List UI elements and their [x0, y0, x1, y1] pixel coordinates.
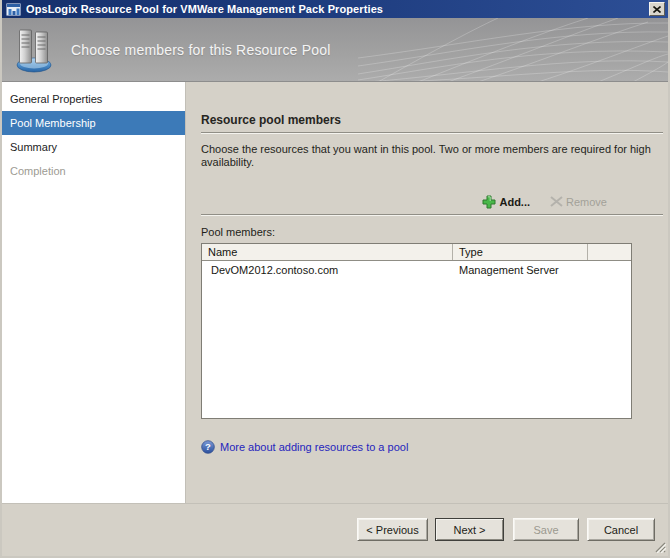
pool-members-label: Pool members:	[201, 226, 663, 238]
column-header-name[interactable]: Name	[202, 244, 453, 260]
svg-text:?: ?	[205, 441, 211, 452]
cancel-button[interactable]: Cancel	[587, 518, 655, 541]
wizard-banner: Choose members for this Resource Pool	[2, 18, 668, 82]
sidebar-item-general-properties[interactable]: General Properties	[2, 87, 185, 111]
member-type-cell: Management Server	[450, 263, 631, 278]
next-button[interactable]: Next >	[435, 518, 504, 541]
banner-heading: Choose members for this Resource Pool	[71, 42, 331, 58]
member-name-cell: DevOM2012.contoso.com	[202, 263, 450, 278]
server-stack-icon	[15, 27, 53, 73]
window-title: OpsLogix Resource Pool for VMWare Manage…	[26, 3, 649, 15]
sidebar-item-completion[interactable]: Completion	[2, 159, 185, 183]
section-description: Choose the resources that you want in th…	[201, 143, 663, 169]
save-button[interactable]: Save	[513, 518, 579, 541]
green-plus-icon	[482, 195, 496, 209]
main-content: Resource pool members Choose the resourc…	[186, 82, 670, 503]
help-question-icon: ?	[201, 440, 215, 454]
footer-bar: < Previous Next > Save Cancel	[2, 503, 668, 555]
globe-mesh-decoration	[358, 18, 668, 82]
actions-divider	[201, 214, 663, 216]
close-button[interactable]	[649, 2, 665, 16]
app-icon	[6, 3, 21, 16]
table-header: Name Type	[202, 244, 631, 261]
close-icon	[653, 6, 661, 13]
section-title: Resource pool members	[201, 113, 663, 127]
sidebar-item-summary[interactable]: Summary	[2, 135, 185, 159]
title-bar[interactable]: OpsLogix Resource Pool for VMWare Manage…	[2, 0, 668, 18]
help-link-label: More about adding resources to a pool	[220, 441, 408, 453]
help-link[interactable]: ? More about adding resources to a pool	[201, 440, 663, 454]
resize-grip[interactable]	[652, 539, 666, 553]
column-header-type[interactable]: Type	[453, 244, 588, 260]
table-row[interactable]: DevOM2012.contoso.com Management Server	[202, 263, 631, 278]
sidebar-item-pool-membership[interactable]: Pool Membership	[2, 111, 185, 135]
add-button[interactable]: Add...	[482, 195, 530, 209]
gray-x-icon	[550, 196, 563, 207]
remove-button[interactable]: Remove	[550, 196, 607, 208]
column-header-extra[interactable]	[588, 244, 631, 260]
section-divider	[201, 132, 663, 134]
remove-button-label: Remove	[566, 196, 607, 208]
member-actions: Add... Remove	[201, 194, 663, 209]
dialog-window: OpsLogix Resource Pool for VMWare Manage…	[0, 0, 670, 558]
wizard-steps-sidebar: General Properties Pool Membership Summa…	[2, 82, 186, 503]
previous-button[interactable]: < Previous	[357, 518, 428, 541]
pool-members-table: Name Type DevOM2012.contoso.com Manageme…	[201, 243, 632, 419]
add-button-label: Add...	[499, 196, 530, 208]
